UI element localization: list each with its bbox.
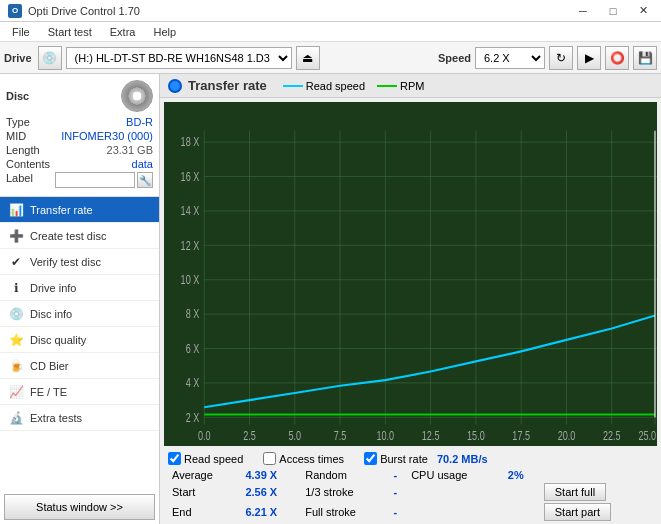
speed-select[interactable]: 6.2 X xyxy=(475,47,545,69)
nav-item-cd-bier[interactable]: 🍺 CD Bier xyxy=(0,353,159,379)
nav-label-create-test-disc: Create test disc xyxy=(30,230,106,242)
disc-info-panel: Disc Type BD-R MID INFOMER30 (000) Lengt… xyxy=(0,74,159,197)
nav-label-cd-bier: CD Bier xyxy=(30,360,69,372)
read-speed-checkbox[interactable] xyxy=(168,452,181,465)
menu-start-test[interactable]: Start test xyxy=(40,22,100,41)
refresh-button[interactable]: ↻ xyxy=(549,46,573,70)
length-field: Length 23.31 GB xyxy=(6,144,153,156)
status-window-label: Status window >> xyxy=(36,501,123,513)
nav-item-extra-tests[interactable]: 🔬 Extra tests xyxy=(0,405,159,431)
drive-label: Drive xyxy=(4,52,32,64)
verify-test-disc-icon: ✔ xyxy=(8,254,24,270)
nav-label-verify-test-disc: Verify test disc xyxy=(30,256,101,268)
end-value: 6.21 X xyxy=(241,502,301,522)
stats-row-end: End 6.21 X Full stroke - Start part xyxy=(168,502,653,522)
svg-rect-2 xyxy=(164,102,657,446)
close-button[interactable]: ✕ xyxy=(629,2,657,20)
app-icon: O xyxy=(8,4,22,18)
stats-table: Average 4.39 X Random - CPU usage 2% Sta… xyxy=(168,468,653,522)
transfer-rate-icon: 📊 xyxy=(8,202,24,218)
menu-help[interactable]: Help xyxy=(145,22,184,41)
burst-rate-value: 70.2 MB/s xyxy=(437,453,488,465)
main-content: Disc Type BD-R MID INFOMER30 (000) Lengt… xyxy=(0,74,661,524)
svg-text:18 X: 18 X xyxy=(181,135,200,149)
full-stroke-label: Full stroke xyxy=(301,502,389,522)
label-field: Label 🔧 xyxy=(6,172,153,188)
nav-item-fe-te[interactable]: 📈 FE / TE xyxy=(0,379,159,405)
disc-info-icon: 💿 xyxy=(8,306,24,322)
start-value: 2.56 X xyxy=(241,482,301,502)
contents-value: data xyxy=(132,158,153,170)
chart-header: Transfer rate Read speed RPM xyxy=(160,74,661,98)
mid-label: MID xyxy=(6,130,26,142)
eject-button[interactable]: ⏏ xyxy=(296,46,320,70)
svg-text:10.0: 10.0 xyxy=(377,429,395,443)
start-part-button[interactable]: Start part xyxy=(544,503,611,521)
cpu-usage-label: CPU usage xyxy=(407,468,504,482)
minimize-button[interactable]: ─ xyxy=(569,2,597,20)
nav-item-transfer-rate[interactable]: 📊 Transfer rate xyxy=(0,197,159,223)
drive-info-icon: ℹ xyxy=(8,280,24,296)
start-label: Start xyxy=(168,482,241,502)
random-label: Random xyxy=(301,468,389,482)
nav-item-create-test-disc[interactable]: ➕ Create test disc xyxy=(0,223,159,249)
maximize-button[interactable]: □ xyxy=(599,2,627,20)
legend-rpm: RPM xyxy=(377,80,424,92)
end-label: End xyxy=(168,502,241,522)
svg-text:17.5: 17.5 xyxy=(512,429,530,443)
nav-item-verify-test-disc[interactable]: ✔ Verify test disc xyxy=(0,249,159,275)
length-value: 23.31 GB xyxy=(107,144,153,156)
access-times-checkbox-item[interactable]: Access times xyxy=(263,452,344,465)
disc-header: Disc xyxy=(6,80,153,112)
stroke-value: - xyxy=(390,482,408,502)
chart-bottom: Read speed Access times Burst rate 70.2 … xyxy=(160,450,661,524)
cd-bier-icon: 🍺 xyxy=(8,358,24,374)
drive-icon-btn[interactable]: 💿 xyxy=(38,46,62,70)
action-btn-1[interactable]: ▶ xyxy=(577,46,601,70)
nav-label-extra-tests: Extra tests xyxy=(30,412,82,424)
cpu-usage-value: 2% xyxy=(504,468,540,482)
svg-text:7.5: 7.5 xyxy=(334,429,347,443)
read-speed-checkbox-item[interactable]: Read speed xyxy=(168,452,243,465)
label-set-button[interactable]: 🔧 xyxy=(137,172,153,188)
nav-item-drive-info[interactable]: ℹ Drive info xyxy=(0,275,159,301)
average-value: 4.39 X xyxy=(241,468,301,482)
svg-text:0.0: 0.0 xyxy=(198,429,211,443)
stats-row-average: Average 4.39 X Random - CPU usage 2% xyxy=(168,468,653,482)
svg-text:12 X: 12 X xyxy=(181,238,200,252)
legend-read-speed: Read speed xyxy=(283,80,365,92)
menu-file[interactable]: File xyxy=(4,22,38,41)
action-btn-2[interactable]: ⭕ xyxy=(605,46,629,70)
access-times-checkbox[interactable] xyxy=(263,452,276,465)
svg-text:10 X: 10 X xyxy=(181,272,200,286)
nav-label-fe-te: FE / TE xyxy=(30,386,67,398)
start-full-button[interactable]: Start full xyxy=(544,483,606,501)
burst-rate-checkbox[interactable] xyxy=(364,452,377,465)
contents-field: Contents data xyxy=(6,158,153,170)
disc-icon xyxy=(121,80,153,112)
drive-select[interactable]: (H:) HL-DT-ST BD-RE WH16NS48 1.D3 xyxy=(66,47,292,69)
nav-item-disc-info[interactable]: 💿 Disc info xyxy=(0,301,159,327)
status-window-button[interactable]: Status window >> xyxy=(4,494,155,520)
svg-text:22.5: 22.5 xyxy=(603,429,621,443)
length-label: Length xyxy=(6,144,40,156)
svg-text:15.0: 15.0 xyxy=(467,429,485,443)
svg-text:20.0: 20.0 xyxy=(558,429,576,443)
checkboxes-row: Read speed Access times Burst rate 70.2 … xyxy=(168,452,653,465)
chart-svg: 2 X 4 X 6 X 8 X 10 X 12 X 14 X 16 X 18 X… xyxy=(164,102,657,446)
burst-rate-checkbox-item[interactable]: Burst rate 70.2 MB/s xyxy=(364,452,488,465)
chart-title-box: Transfer rate xyxy=(168,78,267,93)
toolbar: Drive 💿 (H:) HL-DT-ST BD-RE WH16NS48 1.D… xyxy=(0,42,661,74)
svg-text:16 X: 16 X xyxy=(181,169,200,183)
save-button[interactable]: 💾 xyxy=(633,46,657,70)
svg-text:2.5: 2.5 xyxy=(243,429,256,443)
full-stroke-value: - xyxy=(390,502,408,522)
legend-rpm-label: RPM xyxy=(400,80,424,92)
label-input[interactable] xyxy=(55,172,135,188)
menu-extra[interactable]: Extra xyxy=(102,22,144,41)
menu-bar: File Start test Extra Help xyxy=(0,22,661,42)
sidebar: Disc Type BD-R MID INFOMER30 (000) Lengt… xyxy=(0,74,160,524)
legend-read-speed-label: Read speed xyxy=(306,80,365,92)
type-label: Type xyxy=(6,116,30,128)
nav-item-disc-quality[interactable]: ⭐ Disc quality xyxy=(0,327,159,353)
